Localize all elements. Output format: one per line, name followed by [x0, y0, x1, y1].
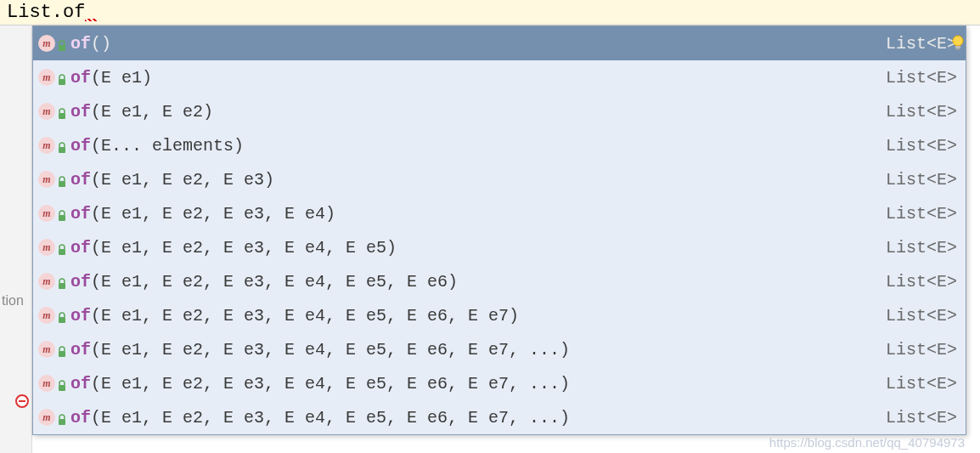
- lock-icon: [57, 241, 67, 253]
- svg-point-3: [953, 36, 963, 46]
- method-icon: m: [38, 375, 55, 392]
- svg-rect-8: [59, 147, 65, 153]
- lock-icon: [57, 309, 67, 321]
- method-name: of: [70, 204, 91, 224]
- method-params: (E e1, E e2, E e3, E e4, E e5, E e6, E e…: [91, 306, 519, 326]
- suggestion-item[interactable]: mof(E e1, E e2, E e3, E e4, E e5, E e6, …: [33, 298, 966, 332]
- return-type: List<E>: [876, 34, 957, 54]
- suggestion-item[interactable]: mof()List<E>: [33, 26, 966, 60]
- return-type: List<E>: [876, 408, 957, 428]
- svg-rect-2: [59, 45, 65, 51]
- suggestion-item[interactable]: mof(E e1)List<E>: [33, 60, 966, 94]
- lock-icon: [57, 173, 67, 185]
- svg-rect-16: [59, 419, 65, 425]
- suggestion-item[interactable]: mof(E e1, E e2, E e3, E e4, E e5, E e6)L…: [33, 264, 966, 298]
- method-icon: m: [38, 35, 55, 52]
- method-params: (E e1, E e2, E e3, E e4, E e5, E e6, E e…: [91, 340, 570, 360]
- method-icon: m: [38, 171, 55, 188]
- svg-rect-1: [19, 400, 25, 402]
- method-params: (E e1, E e2, E e3, E e4, E e5, E e6): [91, 272, 458, 292]
- error-marker-icon: [15, 394, 29, 407]
- method-params: (E e1, E e2, E e3, E e4, E e5, E e6, E e…: [91, 374, 570, 394]
- method-icon: m: [38, 307, 55, 324]
- method-params: (E e1, E e2): [91, 102, 213, 122]
- lock-icon: [57, 37, 67, 49]
- gutter-cutoff-text: tion: [2, 293, 24, 309]
- method-icon: m: [38, 273, 55, 290]
- suggestion-item[interactable]: mof(E e1, E e2, E e3, E e4)List<E>: [33, 196, 966, 230]
- suggestion-item[interactable]: mof(E e1, E e2, E e3, E e4, E e5, E e6, …: [33, 400, 966, 434]
- method-name: of: [70, 102, 91, 122]
- lock-icon: [57, 275, 67, 287]
- svg-rect-10: [59, 215, 65, 221]
- suggestion-item[interactable]: mof(E e1, E e2, E e3, E e4, E e5)List<E>: [33, 230, 966, 264]
- method-icon: m: [38, 103, 55, 120]
- svg-rect-4: [955, 46, 960, 48]
- method-icon: m: [38, 341, 55, 358]
- method-name: of: [70, 34, 91, 54]
- svg-rect-6: [59, 79, 65, 85]
- method-name: of: [70, 374, 91, 394]
- svg-rect-5: [956, 48, 960, 50]
- method-params: (E e1, E e2, E e3, E e4): [91, 204, 335, 224]
- watermark-text: https://blog.csdn.net/qq_40794973: [769, 435, 965, 450]
- svg-rect-13: [59, 317, 65, 323]
- method-name: of: [70, 68, 91, 88]
- lock-icon: [57, 411, 67, 423]
- svg-rect-12: [59, 283, 65, 289]
- method-icon: m: [38, 409, 55, 426]
- method-name: of: [70, 136, 91, 156]
- suggestion-item[interactable]: mof(E... elements)List<E>: [33, 128, 966, 162]
- method-icon: m: [38, 205, 55, 222]
- suggestion-item[interactable]: mof(E e1, E e2, E e3, E e4, E e5, E e6, …: [33, 366, 966, 400]
- svg-rect-9: [59, 181, 65, 187]
- method-params: (E e1, E e2, E e3, E e4, E e5): [91, 238, 397, 258]
- return-type: List<E>: [876, 340, 957, 360]
- suggestion-item[interactable]: mof(E e1, E e2, E e3)List<E>: [33, 162, 966, 196]
- svg-rect-14: [59, 351, 65, 357]
- method-icon: m: [38, 137, 55, 154]
- suggestion-item[interactable]: mof(E e1, E e2)List<E>: [33, 94, 966, 128]
- return-type: List<E>: [876, 204, 957, 224]
- method-params: (E e1, E e2, E e3): [91, 170, 274, 190]
- autocomplete-popup[interactable]: mof()List<E>mof(E e1)List<E>mof(E e1, E …: [32, 25, 966, 435]
- error-squiggle: [85, 2, 107, 23]
- method-name: of: [70, 340, 91, 360]
- method-name: of: [70, 170, 91, 190]
- return-type: List<E>: [876, 374, 957, 394]
- svg-rect-11: [59, 249, 65, 255]
- editor-line[interactable]: List.of: [0, 0, 980, 25]
- method-params: (E e1, E e2, E e3, E e4, E e5, E e6, E e…: [91, 408, 570, 428]
- return-type: List<E>: [876, 272, 957, 292]
- lock-icon: [57, 105, 67, 117]
- lightbulb-icon[interactable]: [949, 33, 967, 52]
- return-type: List<E>: [876, 136, 957, 156]
- lock-icon: [57, 139, 67, 151]
- gutter: tion: [0, 25, 32, 453]
- svg-rect-7: [59, 113, 65, 119]
- editor-text: List.of: [7, 2, 85, 23]
- method-icon: m: [38, 239, 55, 256]
- lock-icon: [57, 377, 67, 389]
- method-icon: m: [38, 69, 55, 86]
- lock-icon: [57, 343, 67, 355]
- method-params: (E... elements): [91, 136, 244, 156]
- method-name: of: [70, 306, 91, 326]
- lock-icon: [57, 207, 67, 219]
- return-type: List<E>: [876, 238, 957, 258]
- method-name: of: [70, 408, 91, 428]
- return-type: List<E>: [876, 68, 957, 88]
- svg-rect-15: [59, 385, 65, 391]
- method-params: (E e1): [91, 68, 152, 88]
- return-type: List<E>: [876, 170, 957, 190]
- suggestion-item[interactable]: mof(E e1, E e2, E e3, E e4, E e5, E e6, …: [33, 332, 966, 366]
- lock-icon: [57, 71, 67, 83]
- method-name: of: [70, 238, 91, 258]
- method-params: (): [91, 34, 111, 54]
- method-name: of: [70, 272, 91, 292]
- return-type: List<E>: [876, 102, 957, 122]
- return-type: List<E>: [876, 306, 957, 326]
